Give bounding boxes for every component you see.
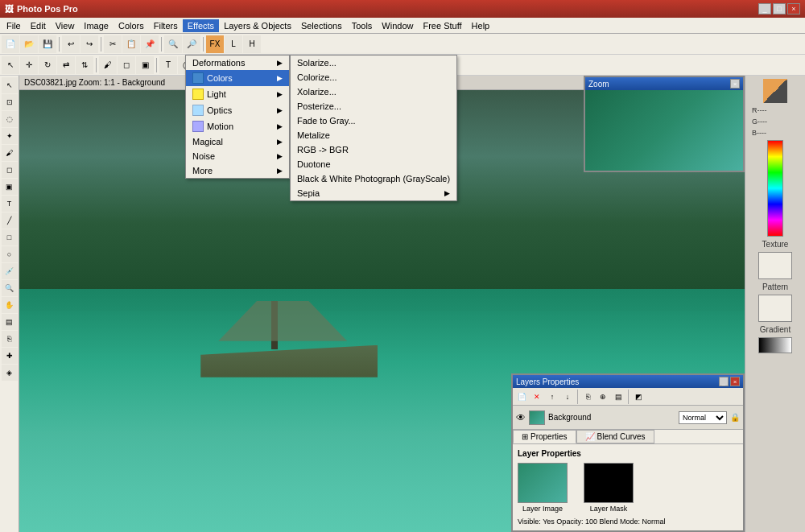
colors-solarize[interactable]: Solarize...	[291, 56, 456, 70]
layer-visibility[interactable]: 👁	[516, 412, 526, 423]
layer-delete-btn[interactable]: ✕	[530, 390, 544, 404]
tool-arrow[interactable]: ↖	[2, 77, 18, 93]
menu-noise[interactable]: Noise ▶	[186, 149, 289, 163]
menu-edit[interactable]: Edit	[26, 19, 51, 32]
layer-mask-btn[interactable]: ◩	[631, 390, 646, 404]
color-gradient-bar[interactable]	[767, 140, 783, 237]
paste-btn[interactable]: 📌	[141, 35, 159, 53]
flip-v-btn[interactable]: ⇅	[76, 56, 93, 74]
effects-btn[interactable]: FX	[206, 35, 224, 53]
brush-btn[interactable]: 🖌	[99, 56, 117, 74]
colors-duotone[interactable]: Duotone	[291, 157, 456, 171]
tool-zoom[interactable]: 🔍	[2, 280, 18, 296]
history-btn[interactable]: H	[243, 35, 261, 53]
colors-metalize[interactable]: Metalize	[291, 128, 456, 142]
maximize-button[interactable]: □	[773, 3, 786, 14]
colors-fade-to-gray[interactable]: Fade to Gray...	[291, 113, 456, 128]
menu-view[interactable]: View	[51, 19, 80, 32]
layer-down-btn[interactable]: ↓	[560, 390, 575, 404]
menu-colors-item[interactable]: Colors ▶	[186, 70, 289, 86]
tool-gradient[interactable]: ▤	[2, 314, 18, 330]
colors-sepia[interactable]: Sepia ▶	[291, 186, 456, 200]
colors-rgb-bgr[interactable]: RGB -> BGR	[291, 142, 456, 157]
gradient-box[interactable]	[758, 337, 792, 353]
colors-bw-photo[interactable]: Black & White Photograph (GrayScale)	[291, 171, 456, 186]
menu-help[interactable]: Help	[467, 19, 495, 32]
tool-sharpen[interactable]: ◈	[2, 365, 18, 381]
cut-btn[interactable]: ✂	[104, 35, 122, 53]
tab-blend-curves[interactable]: 📈 Blend Curves	[576, 430, 654, 443]
save-btn[interactable]: 💾	[39, 35, 56, 53]
rotate-btn[interactable]: ↻	[39, 56, 56, 74]
menu-free-stuff[interactable]: Free Stuff	[418, 19, 466, 32]
tool-clone[interactable]: ⎘	[2, 331, 18, 347]
colors-xolarize[interactable]: Xolarize...	[291, 85, 456, 99]
tool-eraser[interactable]: ◻	[2, 162, 18, 178]
tab-properties[interactable]: ⊞ Properties	[513, 430, 576, 443]
open-btn[interactable]: 📂	[20, 35, 38, 53]
menu-file[interactable]: File	[2, 19, 26, 32]
zoom-close-btn[interactable]: ×	[730, 79, 740, 89]
menu-tools[interactable]: Tools	[347, 19, 378, 32]
eraser-btn[interactable]: ◻	[118, 56, 135, 74]
fill-btn[interactable]: ▣	[136, 56, 154, 74]
flip-h-btn[interactable]: ⇄	[57, 56, 75, 74]
layer-mask-item: Layer Mask	[584, 463, 634, 513]
title-bar: 🖼 Photo Pos Pro _ □ ×	[0, 0, 805, 18]
tool-hand[interactable]: ✋	[2, 297, 18, 313]
menu-selections[interactable]: Selections	[296, 19, 347, 32]
layers-minimize-btn[interactable]: _	[719, 377, 729, 386]
tool-crop[interactable]: ⊡	[2, 94, 18, 110]
close-button[interactable]: ×	[787, 3, 800, 14]
colors-posterize[interactable]: Posterize...	[291, 99, 456, 113]
blend-mode-select[interactable]: Normal	[679, 411, 727, 424]
tool-lasso[interactable]: ◌	[2, 111, 18, 127]
menu-deformations[interactable]: Deformations ▶	[186, 56, 289, 70]
layer-merge-btn[interactable]: ⊕	[596, 390, 610, 404]
tool-text[interactable]: T	[2, 196, 18, 212]
menu-motion[interactable]: Motion ▶	[186, 118, 289, 134]
tool-brush[interactable]: 🖌	[2, 145, 18, 161]
undo-btn[interactable]: ↩	[62, 35, 80, 53]
layer-copy-btn[interactable]: ⎘	[580, 390, 595, 404]
menu-effects[interactable]: Effects	[183, 19, 219, 32]
tool-fill[interactable]: ▣	[2, 179, 18, 195]
tool-heal[interactable]: ✚	[2, 348, 18, 364]
select-btn[interactable]: ↖	[2, 56, 19, 74]
layers-btn[interactable]: L	[225, 35, 242, 53]
layer-new-btn[interactable]: 📄	[514, 390, 529, 404]
layer-flatten-btn[interactable]: ▤	[611, 390, 625, 404]
title-bar-controls: _ □ ×	[758, 3, 800, 14]
color-swatch[interactable]	[763, 79, 787, 103]
copy-btn[interactable]: 📋	[122, 35, 140, 53]
tool-line[interactable]: ╱	[2, 212, 18, 229]
menu-window[interactable]: Window	[377, 19, 418, 32]
pattern-box[interactable]	[758, 295, 792, 322]
tool-ellipse[interactable]: ○	[2, 246, 18, 262]
menu-light[interactable]: Light ▶	[186, 86, 289, 102]
menu-colors[interactable]: Colors	[114, 19, 149, 32]
menu-optics[interactable]: Optics ▶	[186, 102, 289, 118]
tool-eyedrop[interactable]: 💉	[2, 263, 18, 279]
menu-layers[interactable]: Layers & Objects	[219, 19, 296, 32]
layers-close-btn[interactable]: ×	[730, 377, 740, 386]
menu-image[interactable]: Image	[79, 19, 114, 32]
colors-colorize[interactable]: Colorize...	[291, 70, 456, 85]
minimize-button[interactable]: _	[758, 3, 771, 14]
zoom-in-btn[interactable]: 🔍	[164, 35, 182, 53]
menu-filters[interactable]: Filters	[149, 19, 183, 32]
move-btn[interactable]: ✛	[20, 56, 38, 74]
texture-box[interactable]	[758, 252, 792, 279]
layers-tabs: ⊞ Properties 📈 Blend Curves	[513, 430, 743, 444]
text-btn[interactable]: T	[159, 56, 177, 74]
sep-layers	[577, 390, 578, 404]
tool-magic-wand[interactable]: ✦	[2, 128, 18, 144]
tool-rect[interactable]: □	[2, 229, 18, 245]
new-btn[interactable]: 📄	[2, 35, 19, 53]
menu-magical[interactable]: Magical ▶	[186, 134, 289, 149]
zoom-out-btn[interactable]: 🔎	[183, 35, 200, 53]
layer-up-btn[interactable]: ↑	[545, 390, 559, 404]
colors-submenu: Solarize... Colorize... Xolarize... Post…	[290, 55, 457, 201]
redo-btn[interactable]: ↪	[80, 35, 98, 53]
menu-more[interactable]: More ▶	[186, 163, 289, 178]
